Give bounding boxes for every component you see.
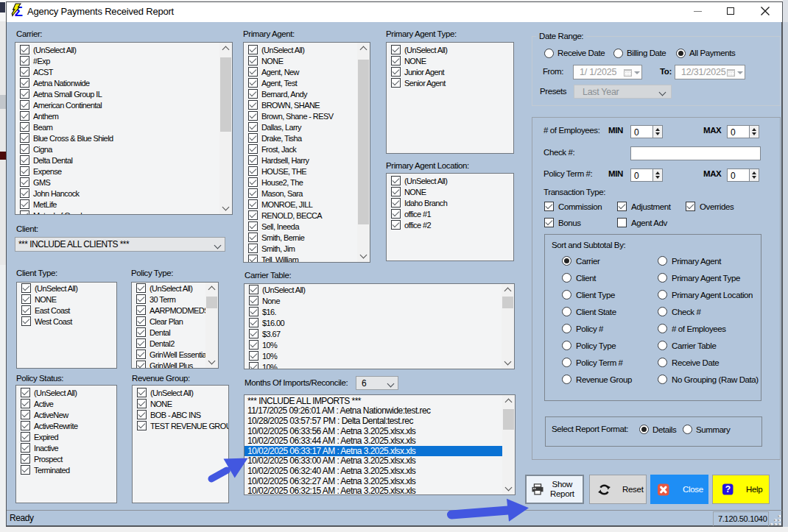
svg-text:?: ? — [725, 484, 731, 494]
